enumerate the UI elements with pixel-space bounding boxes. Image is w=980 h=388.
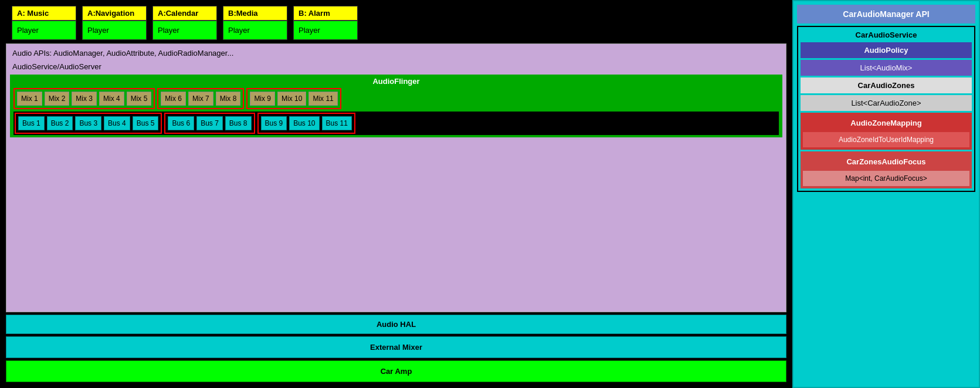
player-label: B:Media xyxy=(223,6,287,21)
mix-box: Mix 9 xyxy=(250,92,275,106)
external-mixer: External Mixer xyxy=(6,336,786,358)
audio-policy: AudioPolicy xyxy=(801,42,972,58)
right-panel: CarAudioManager API CarAudioService Audi… xyxy=(792,0,980,388)
bus-group-3: Bus 9 Bus 10 Bus 11 xyxy=(257,113,355,134)
car-amp: Car Amp xyxy=(6,360,786,382)
bus-box: Bus 1 xyxy=(18,116,45,130)
diagram-wrapper: Audio APIs: AudioManager, AudioAttribute… xyxy=(6,43,786,382)
bus-box: Bus 7 xyxy=(196,116,223,130)
list-audiomix: List<AudioMix> xyxy=(801,60,972,76)
bus-box: Bus 6 xyxy=(168,116,194,130)
player-body: Player xyxy=(152,21,217,40)
car-zones-audio-focus: CarZonesAudioFocus xyxy=(803,154,969,170)
mix-group-2: Mix 6 Mix 7 Mix 8 xyxy=(157,88,244,109)
car-zones-audio-focus-section: CarZonesAudioFocus Map<int, CarAudioFocu… xyxy=(801,151,972,188)
player-label: B: Alarm xyxy=(293,6,358,21)
player-body: Player xyxy=(223,21,287,40)
audio-flinger-label: AudioFlinger xyxy=(13,77,779,86)
audio-apis-text: Audio APIs: AudioManager, AudioAttribute… xyxy=(10,48,782,59)
bus-group-2: Bus 6 Bus 7 Bus 8 xyxy=(164,113,255,134)
bus-group-1: Bus 1 Bus 2 Bus 3 Bus 4 Bus 5 xyxy=(15,113,162,134)
audio-hal-section: Audio HAL xyxy=(6,315,786,334)
bus-box: Bus 5 xyxy=(133,116,159,130)
player-body: Player xyxy=(12,21,76,40)
mix-box: Mix 10 xyxy=(277,92,306,106)
car-audio-service-label: CarAudioService xyxy=(801,29,972,41)
mix-groups-row: Mix 1 Mix 2 Mix 3 Mix 4 Mix 5 Mix 6 Mix … xyxy=(13,88,779,109)
main-diagram: A: MusicPlayerA:NavigationPlayerA:Calend… xyxy=(0,0,792,388)
mix-box: Mix 7 xyxy=(188,92,213,106)
mix-box: Mix 2 xyxy=(45,92,70,106)
bus-box: Bus 3 xyxy=(75,116,101,130)
audio-zone-id-to-user-id-mapping: AudioZoneIdToUserIdMapping xyxy=(803,132,969,147)
player-body: Player xyxy=(82,21,147,40)
mix-group-1: Mix 1 Mix 2 Mix 3 Mix 4 Mix 5 xyxy=(13,88,155,109)
mix-box: Mix 5 xyxy=(127,92,152,106)
bus-groups-row: Bus 1 Bus 2 Bus 3 Bus 4 Bus 5 Bus 6 Bus … xyxy=(13,112,779,135)
mix-box: Mix 6 xyxy=(161,92,186,106)
mix-box: Mix 3 xyxy=(72,92,97,106)
mix-group-3: Mix 9 Mix 10 Mix 11 xyxy=(246,88,341,109)
map-car-audio-focus: Map<int, CarAudioFocus> xyxy=(803,171,969,186)
bus-box: Bus 4 xyxy=(104,116,130,130)
players-row: A: MusicPlayerA:NavigationPlayerA:Calend… xyxy=(6,6,786,40)
bus-box: Bus 11 xyxy=(322,116,352,130)
bus-box: Bus 2 xyxy=(47,116,73,130)
audio-zone-mapping: AudioZoneMapping xyxy=(803,115,969,131)
bus-box: Bus 9 xyxy=(261,116,287,130)
bus-box: Bus 8 xyxy=(225,116,252,130)
audio-zone-mapping-section: AudioZoneMapping AudioZoneIdToUserIdMapp… xyxy=(801,113,972,150)
player-block: A: MusicPlayer xyxy=(12,6,76,40)
bus-box: Bus 10 xyxy=(289,116,319,130)
mix-box: Mix 8 xyxy=(216,92,241,106)
player-block: B: AlarmPlayer xyxy=(293,6,358,40)
player-block: A:NavigationPlayer xyxy=(82,6,147,40)
player-label: A:Navigation xyxy=(82,6,147,21)
audio-server-text: AudioService/AudioServer xyxy=(10,61,782,72)
player-label: A: Music xyxy=(12,6,76,21)
audio-flinger-section: AudioFlinger Mix 1 Mix 2 Mix 3 Mix 4 Mix… xyxy=(10,75,782,137)
car-audio-service-box: CarAudioService AudioPolicy List<AudioMi… xyxy=(797,26,975,192)
car-audio-manager-api: CarAudioManager API xyxy=(797,5,975,23)
mix-box: Mix 11 xyxy=(308,92,337,106)
list-car-audio-zone: List<CarAudioZone> xyxy=(801,95,972,111)
mix-box: Mix 1 xyxy=(17,92,42,106)
player-body: Player xyxy=(293,21,358,40)
player-label: A:Calendar xyxy=(152,6,217,21)
audio-layers: Audio APIs: AudioManager, AudioAttribute… xyxy=(6,43,786,312)
player-block: B:MediaPlayer xyxy=(223,6,287,40)
car-audio-zones: CarAudioZones xyxy=(801,77,972,93)
player-block: A:CalendarPlayer xyxy=(152,6,217,40)
mix-box: Mix 4 xyxy=(99,92,124,106)
